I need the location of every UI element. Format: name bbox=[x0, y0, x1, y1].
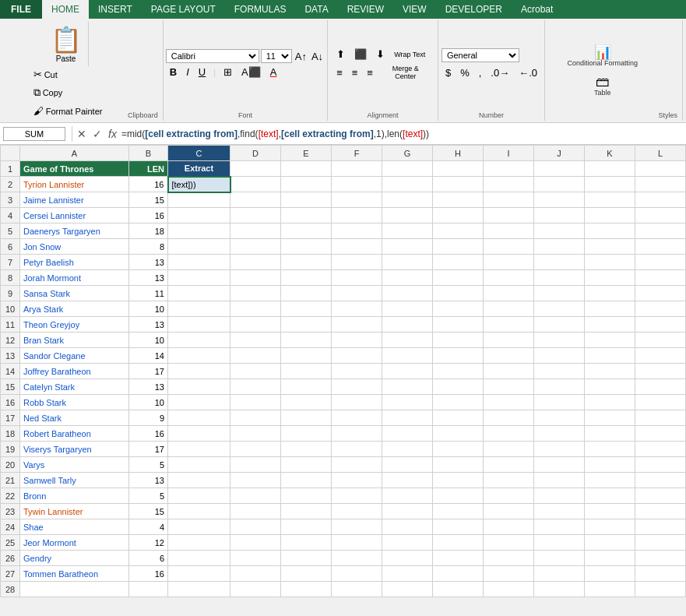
cell-e5[interactable] bbox=[281, 224, 332, 239]
cell-f20[interactable] bbox=[332, 457, 382, 473]
cell-h22[interactable] bbox=[433, 488, 484, 504]
cell-h5[interactable] bbox=[433, 224, 484, 239]
cell-g4[interactable] bbox=[382, 208, 433, 224]
cell-c4[interactable] bbox=[168, 208, 230, 224]
cell-a9[interactable]: Sansa Stark bbox=[20, 286, 129, 301]
cell-l26[interactable] bbox=[635, 551, 686, 566]
cell-d3[interactable] bbox=[230, 192, 281, 208]
cell-b19[interactable]: 17 bbox=[129, 442, 168, 457]
cell-l13[interactable] bbox=[635, 348, 686, 364]
cell-e26[interactable] bbox=[281, 551, 332, 566]
cell-h9[interactable] bbox=[433, 286, 484, 301]
cell-c8[interactable] bbox=[168, 270, 230, 286]
cell-c26[interactable] bbox=[168, 551, 230, 566]
cell-e6[interactable] bbox=[281, 239, 332, 255]
cell-i18[interactable] bbox=[484, 426, 534, 442]
cell-d6[interactable] bbox=[230, 239, 281, 255]
cell-h4[interactable] bbox=[433, 208, 484, 224]
cell-d14[interactable] bbox=[230, 364, 281, 379]
cell-b26[interactable]: 6 bbox=[129, 551, 168, 566]
cell-k7[interactable] bbox=[585, 255, 635, 270]
cell-g24[interactable] bbox=[382, 519, 433, 535]
cell-h17[interactable] bbox=[433, 410, 484, 426]
cell-e7[interactable] bbox=[281, 255, 332, 270]
cell-i20[interactable] bbox=[484, 457, 534, 473]
cell-g21[interactable] bbox=[382, 473, 433, 488]
cell-b23[interactable]: 15 bbox=[129, 504, 168, 519]
cell-l5[interactable] bbox=[635, 224, 686, 239]
cell-c18[interactable] bbox=[168, 426, 230, 442]
cell-k21[interactable] bbox=[585, 473, 635, 488]
cell-a17[interactable]: Ned Stark bbox=[20, 410, 129, 426]
cell-f18[interactable] bbox=[332, 426, 382, 442]
cell-i19[interactable] bbox=[484, 442, 534, 457]
tab-home[interactable]: HOME bbox=[42, 0, 89, 19]
col-header-f[interactable]: F bbox=[332, 146, 382, 161]
cell-h26[interactable] bbox=[433, 551, 484, 566]
cell-h19[interactable] bbox=[433, 442, 484, 457]
cell-a10[interactable]: Arya Stark bbox=[20, 301, 129, 317]
cell-e2[interactable] bbox=[281, 177, 332, 192]
cell-l11[interactable] bbox=[635, 317, 686, 333]
cell-i10[interactable] bbox=[484, 301, 534, 317]
cell-e22[interactable] bbox=[281, 488, 332, 504]
cell-a6[interactable]: Jon Snow bbox=[20, 239, 129, 255]
align-bottom-button[interactable]: ⬇ bbox=[372, 47, 389, 62]
cell-j18[interactable] bbox=[534, 426, 585, 442]
cell-i6[interactable] bbox=[484, 239, 534, 255]
cell-j21[interactable] bbox=[534, 473, 585, 488]
cell-h14[interactable] bbox=[433, 364, 484, 379]
cell-g17[interactable] bbox=[382, 410, 433, 426]
cell-i9[interactable] bbox=[484, 286, 534, 301]
cell-a3[interactable]: Jaime Lannister bbox=[20, 192, 129, 208]
cell-d26[interactable] bbox=[230, 551, 281, 566]
cell-k3[interactable] bbox=[585, 192, 635, 208]
cell-c19[interactable] bbox=[168, 442, 230, 457]
cell-g10[interactable] bbox=[382, 301, 433, 317]
cell-c24[interactable] bbox=[168, 519, 230, 535]
cell-h25[interactable] bbox=[433, 535, 484, 551]
underline-button[interactable]: U bbox=[195, 65, 209, 79]
cell-a7[interactable]: Petyr Baelish bbox=[20, 255, 129, 270]
cell-l25[interactable] bbox=[635, 535, 686, 551]
cell-a11[interactable]: Theon Greyjoy bbox=[20, 317, 129, 333]
cell-l12[interactable] bbox=[635, 333, 686, 348]
cell-h23[interactable] bbox=[433, 504, 484, 519]
cell-b17[interactable]: 9 bbox=[129, 410, 168, 426]
format-painter-button[interactable]: 🖌 Format Painter bbox=[30, 103, 107, 119]
cell-d28[interactable] bbox=[230, 582, 281, 597]
cell-l27[interactable] bbox=[635, 566, 686, 582]
cell-j15[interactable] bbox=[534, 379, 585, 395]
cell-h28[interactable] bbox=[433, 582, 484, 597]
cell-j6[interactable] bbox=[534, 239, 585, 255]
cell-b5[interactable]: 18 bbox=[129, 224, 168, 239]
tab-formulas[interactable]: FORMULAS bbox=[225, 0, 296, 19]
cell-j16[interactable] bbox=[534, 395, 585, 410]
cell-a14[interactable]: Joffrey Baratheon bbox=[20, 364, 129, 379]
cell-k5[interactable] bbox=[585, 224, 635, 239]
paste-button[interactable]: 📋 Paste bbox=[44, 22, 89, 66]
cell-l4[interactable] bbox=[635, 208, 686, 224]
cell-l14[interactable] bbox=[635, 364, 686, 379]
cell-b18[interactable]: 16 bbox=[129, 426, 168, 442]
cell-j10[interactable] bbox=[534, 301, 585, 317]
cell-g8[interactable] bbox=[382, 270, 433, 286]
decrease-decimal-button[interactable]: ←.0 bbox=[515, 65, 541, 80]
cell-b3[interactable]: 15 bbox=[129, 192, 168, 208]
cell-e17[interactable] bbox=[281, 410, 332, 426]
cell-f6[interactable] bbox=[332, 239, 382, 255]
cell-k2[interactable] bbox=[585, 177, 635, 192]
cell-j13[interactable] bbox=[534, 348, 585, 364]
format-table-button[interactable]: 🗃 Table bbox=[589, 72, 616, 99]
cell-f16[interactable] bbox=[332, 395, 382, 410]
align-center-button[interactable]: ≡ bbox=[348, 65, 362, 80]
cell-f24[interactable] bbox=[332, 519, 382, 535]
cell-l9[interactable] bbox=[635, 286, 686, 301]
cell-f9[interactable] bbox=[332, 286, 382, 301]
cell-k19[interactable] bbox=[585, 442, 635, 457]
cell-d20[interactable] bbox=[230, 457, 281, 473]
cell-j19[interactable] bbox=[534, 442, 585, 457]
cell-c20[interactable] bbox=[168, 457, 230, 473]
cell-k26[interactable] bbox=[585, 551, 635, 566]
cell-d4[interactable] bbox=[230, 208, 281, 224]
